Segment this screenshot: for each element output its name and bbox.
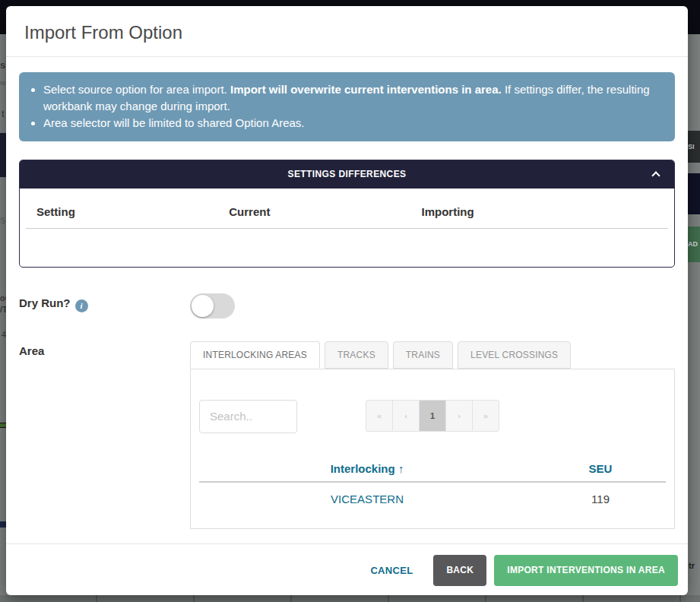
toggle-knob: [192, 295, 214, 317]
dry-run-label: Dry Run?i: [19, 293, 190, 312]
interlocking-link[interactable]: VICEASTERN: [199, 482, 535, 505]
column-header-interlocking[interactable]: Interlocking ↑: [199, 462, 535, 482]
pagination-first-button[interactable]: «: [366, 400, 393, 432]
pagination-prev-button[interactable]: ‹: [392, 400, 420, 432]
tab-level-crossings[interactable]: LEVEL CROSSINGS: [458, 341, 571, 369]
import-from-option-modal: Import From Option Select source option …: [6, 6, 688, 595]
background-table-header-strip: [0, 595, 700, 602]
table-row: VICEASTERN 119: [199, 482, 666, 505]
alert-item: Area selector will be limited to shared …: [43, 115, 664, 131]
area-selector: INTERLOCKING AREAS TRACKS TRAINS LEVEL C…: [190, 341, 675, 529]
info-alert: Select source option for area import. Im…: [19, 72, 675, 141]
tab-interlocking-areas[interactable]: INTERLOCKING AREAS: [190, 341, 320, 369]
interlocking-areas-panel: « ‹ 1 › » Interlocking ↑: [190, 369, 675, 529]
background-button-fragment: AD: [688, 227, 700, 262]
pagination-page-1-button[interactable]: 1: [419, 400, 446, 432]
settings-differences-title: SETTINGS DIFFERENCES: [287, 169, 406, 179]
area-tabs: INTERLOCKING AREAS TRACKS TRAINS LEVEL C…: [190, 341, 675, 369]
back-button[interactable]: BACK: [433, 555, 486, 586]
settings-differences-body: Setting Current Importing: [20, 189, 674, 267]
info-icon[interactable]: i: [75, 299, 88, 312]
sort-asc-icon: ↑: [398, 462, 404, 475]
cancel-button[interactable]: CANCEL: [370, 565, 413, 576]
pagination-next-button[interactable]: ›: [445, 400, 473, 432]
pagination: « ‹ 1 › »: [366, 400, 499, 432]
area-row: Area INTERLOCKING AREAS TRACKS TRAINS LE…: [19, 341, 675, 529]
settings-differences-header[interactable]: SETTINGS DIFFERENCES: [20, 160, 674, 189]
modal-body: Select source option for area import. Im…: [6, 57, 688, 529]
panel-controls: « ‹ 1 › »: [199, 400, 666, 433]
modal-footer: CANCEL BACK IMPORT INTERVENTIONS IN AREA: [6, 543, 688, 586]
background-row-fragment: [0, 423, 6, 428]
background-panel-fragment: [0, 133, 6, 177]
modal-header: Import From Option: [6, 6, 688, 57]
modal-title: Import From Option: [24, 22, 670, 43]
settings-table-header: Setting Current Importing: [26, 205, 668, 218]
column-header-seu[interactable]: SEU: [535, 462, 666, 482]
background-panel-fragment: [688, 173, 700, 214]
search-input[interactable]: [199, 400, 297, 433]
background-text-fragment: tr: [689, 561, 700, 570]
settings-differences-panel: SETTINGS DIFFERENCES Setting Current Imp…: [19, 160, 675, 268]
collapse-chevron-icon[interactable]: [651, 171, 660, 179]
settings-table-divider: [26, 228, 668, 229]
dry-run-toggle[interactable]: [190, 293, 235, 318]
tab-trains[interactable]: TRAINS: [393, 341, 453, 369]
import-interventions-button[interactable]: IMPORT INTERVENTIONS IN AREA: [494, 555, 678, 586]
background-button-fragment: SI: [688, 131, 700, 163]
interlocking-table: Interlocking ↑ SEU VICEASTERN 119: [199, 462, 666, 505]
seu-value: 119: [535, 482, 666, 505]
area-label: Area: [19, 341, 190, 357]
tab-tracks[interactable]: TRACKS: [325, 341, 388, 369]
column-setting: Setting: [36, 205, 229, 218]
background-row-fragment: [0, 521, 6, 528]
pagination-last-button[interactable]: »: [472, 400, 499, 432]
alert-item: Select source option for area import. Im…: [43, 81, 664, 115]
column-current: Current: [229, 205, 421, 218]
dry-run-row: Dry Run?i: [19, 293, 675, 318]
column-importing: Importing: [422, 205, 657, 218]
